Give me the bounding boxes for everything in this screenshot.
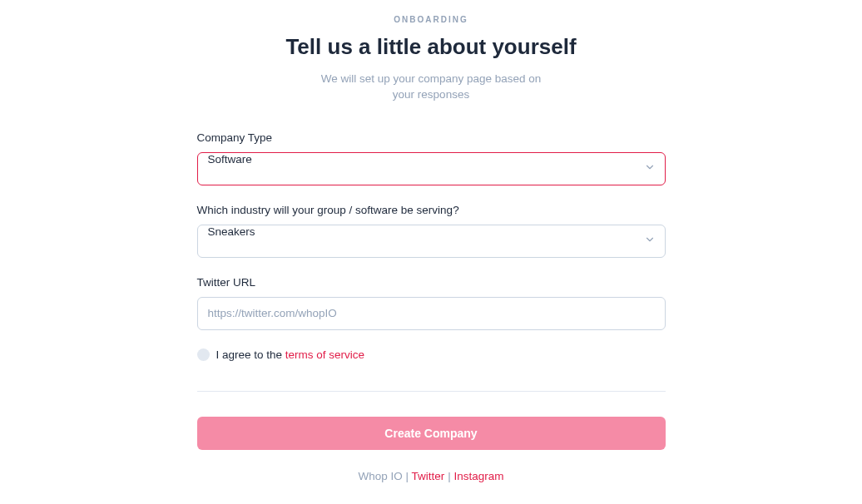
- create-company-button[interactable]: Create Company: [197, 417, 666, 450]
- twitter-url-field: Twitter URL: [197, 276, 666, 330]
- onboarding-eyebrow: ONBOARDING: [394, 15, 468, 24]
- tos-label: I agree to the terms of service: [216, 348, 365, 361]
- footer-separator: |: [403, 470, 412, 482]
- company-type-select-wrapper: Software: [197, 152, 666, 185]
- tos-link[interactable]: terms of service: [285, 348, 364, 361]
- tos-agreement-row: I agree to the terms of service: [197, 348, 666, 361]
- footer-brand-link[interactable]: Whop IO: [359, 470, 403, 482]
- industry-select-wrapper: Sneakers: [197, 225, 666, 258]
- industry-label: Which industry will your group / softwar…: [197, 204, 666, 216]
- footer-twitter-link[interactable]: Twitter: [412, 470, 445, 482]
- company-type-select[interactable]: Software: [197, 152, 666, 185]
- page-title: Tell us a little about yourself: [285, 34, 576, 60]
- twitter-url-label: Twitter URL: [197, 276, 666, 289]
- twitter-url-input[interactable]: [197, 297, 666, 330]
- tos-prefix: I agree to the: [216, 348, 285, 361]
- divider: [197, 391, 666, 392]
- footer-separator: |: [444, 470, 453, 482]
- company-type-label: Company Type: [197, 131, 666, 144]
- company-type-field: Company Type Software: [197, 131, 666, 185]
- onboarding-form: Company Type Software Which industry wil…: [197, 131, 666, 482]
- footer-links: Whop IO | Twitter | Instagram: [197, 470, 666, 482]
- page-subtitle: We will set up your company page based o…: [315, 72, 547, 103]
- industry-field: Which industry will your group / softwar…: [197, 204, 666, 258]
- industry-select[interactable]: Sneakers: [197, 225, 666, 258]
- tos-checkbox[interactable]: [197, 348, 210, 361]
- footer-instagram-link[interactable]: Instagram: [453, 470, 503, 482]
